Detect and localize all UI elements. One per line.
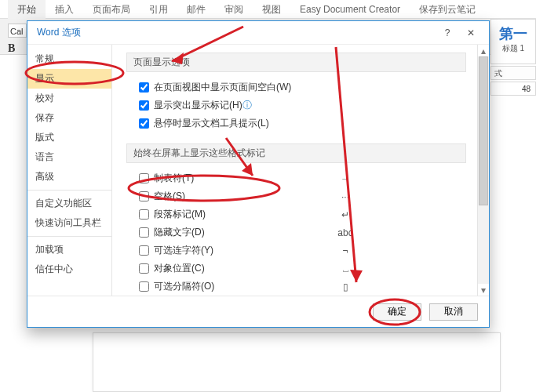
option-row: 悬停时显示文档工具提示(L) bbox=[133, 114, 466, 132]
ribbon-tab[interactable]: Easy Document Creator bbox=[290, 0, 410, 19]
option-label: 段落标记(M) bbox=[154, 208, 206, 221]
ribbon-tabs: 开始插入页面布局引用邮件审阅视图Easy Document Creator保存到… bbox=[0, 0, 536, 19]
sidebar-item[interactable]: 版式 bbox=[27, 128, 111, 147]
option-row: 段落标记(M)↵ bbox=[133, 205, 466, 223]
sidebar-item[interactable]: 校对 bbox=[27, 89, 111, 108]
option-label: 空格(S) bbox=[154, 190, 185, 203]
ribbon-tab[interactable]: 引用 bbox=[140, 0, 177, 19]
sidebar-item[interactable]: 常规 bbox=[27, 49, 111, 69]
ribbon-tab[interactable]: 视图 bbox=[253, 0, 290, 19]
ribbon-tab[interactable]: 邮件 bbox=[177, 0, 215, 19]
format-mark-preview: ⎵ bbox=[334, 263, 356, 274]
help-button[interactable]: ? bbox=[436, 24, 459, 42]
option-label: 隐藏文字(D) bbox=[154, 226, 205, 239]
scroll-up-icon[interactable]: ▴ bbox=[478, 45, 489, 56]
sidebar-item[interactable]: 语言 bbox=[27, 147, 111, 167]
option-label: 可选分隔符(O) bbox=[154, 280, 214, 293]
ribbon-tab[interactable]: 页面布局 bbox=[83, 0, 140, 19]
format-mark-preview: ▯ bbox=[334, 281, 356, 292]
ribbon-tab[interactable]: 审阅 bbox=[215, 0, 253, 19]
sidebar-item[interactable]: 加载项 bbox=[27, 240, 111, 260]
sidebar-item[interactable]: 高级 bbox=[27, 167, 111, 187]
option-row: 对象位置(C)⎵ bbox=[133, 260, 466, 278]
option-checkbox[interactable] bbox=[139, 82, 149, 93]
cancel-button[interactable]: 取消 bbox=[429, 303, 478, 321]
option-label: 在页面视图中显示页面间空白(W) bbox=[154, 81, 291, 94]
ribbon-tab[interactable]: 保存到云笔记 bbox=[410, 0, 485, 19]
option-checkbox[interactable] bbox=[139, 100, 149, 111]
scroll-down-icon[interactable]: ▾ bbox=[478, 284, 489, 296]
options-main-panel: 页面显示选项在页面视图中显示页面间空白(W)显示突出显示标记(H) ⓘ悬停时显示… bbox=[112, 45, 477, 296]
format-mark-preview: → bbox=[334, 173, 356, 184]
option-checkbox[interactable] bbox=[139, 245, 149, 256]
section-header: 页面显示选项 bbox=[126, 53, 466, 72]
dialog-title: Word 选项 bbox=[37, 26, 436, 39]
sidebar-item[interactable]: 自定义功能区 bbox=[27, 194, 111, 213]
option-checkbox[interactable] bbox=[139, 227, 149, 238]
ribbon-tab[interactable]: 开始 bbox=[8, 0, 46, 19]
sidebar-item[interactable]: 保存 bbox=[27, 108, 111, 128]
option-checkbox[interactable] bbox=[139, 263, 149, 274]
style-tile-heading1[interactable]: 第一 标题 1 bbox=[490, 19, 536, 64]
ok-button[interactable]: 确定 bbox=[373, 303, 421, 321]
option-checkbox[interactable] bbox=[139, 173, 149, 183]
option-label: 制表符(T) bbox=[154, 172, 194, 185]
options-sidebar: 常规显示校对保存版式语言高级自定义功能区快速访问工具栏加载项信任中心 bbox=[27, 45, 112, 296]
option-row: 显示突出显示标记(H) ⓘ bbox=[133, 96, 466, 114]
option-row: 在页面视图中显示页面间空白(W) bbox=[133, 78, 466, 96]
option-row: 制表符(T)→ bbox=[133, 169, 466, 187]
option-row: 空格(S)··· bbox=[133, 187, 466, 205]
option-row: 隐藏文字(D)abc bbox=[133, 223, 466, 241]
option-row: 可选连字符(Y)¬ bbox=[133, 241, 466, 260]
sidebar-item[interactable]: 信任中心 bbox=[27, 260, 111, 279]
option-checkbox[interactable] bbox=[139, 281, 149, 292]
style-row-ext: 式 bbox=[490, 66, 536, 80]
word-options-dialog: Word 选项 ? ✕ 常规显示校对保存版式语言高级自定义功能区快速访问工具栏加… bbox=[27, 20, 490, 328]
format-mark-preview: ¬ bbox=[334, 245, 356, 256]
document-page bbox=[93, 332, 501, 392]
option-label: 显示突出显示标记(H) bbox=[154, 99, 242, 112]
ribbon-tab[interactable]: 插入 bbox=[46, 0, 83, 19]
style-tile-preview: 第一 bbox=[491, 20, 535, 43]
vertical-scrollbar[interactable]: ▴ ▾ bbox=[477, 45, 489, 296]
info-icon[interactable]: ⓘ bbox=[242, 99, 252, 112]
sidebar-item[interactable]: 快速访问工具栏 bbox=[27, 213, 111, 233]
style-tile-label: 标题 1 bbox=[491, 43, 535, 54]
dialog-footer: 确定 取消 bbox=[27, 296, 489, 327]
font-name-box[interactable]: Cal bbox=[8, 24, 27, 38]
bold-button[interactable]: B bbox=[8, 42, 15, 55]
format-mark-preview: ↵ bbox=[334, 209, 356, 220]
option-label: 悬停时显示文档工具提示(L) bbox=[154, 117, 269, 130]
option-label: 可选连字符(Y) bbox=[154, 244, 213, 257]
section-header: 始终在屏幕上显示这些格式标记 bbox=[126, 143, 466, 163]
close-button[interactable]: ✕ bbox=[459, 24, 483, 42]
scroll-thumb[interactable] bbox=[479, 56, 488, 205]
styles-gallery: 第一 标题 1 式 48 bbox=[490, 19, 536, 96]
scroll-track[interactable] bbox=[478, 56, 489, 284]
option-checkbox[interactable] bbox=[139, 191, 149, 201]
option-label: 对象位置(C) bbox=[154, 262, 205, 275]
format-mark-preview: abc bbox=[334, 227, 356, 238]
sidebar-item[interactable]: 显示 bbox=[27, 69, 111, 89]
style-row-num: 48 bbox=[490, 82, 536, 96]
format-mark-preview: ··· bbox=[334, 191, 356, 202]
option-row: 可选分隔符(O)▯ bbox=[133, 278, 466, 296]
option-checkbox[interactable] bbox=[139, 209, 149, 220]
option-checkbox[interactable] bbox=[139, 118, 149, 129]
dialog-titlebar: Word 选项 ? ✕ bbox=[27, 21, 489, 45]
